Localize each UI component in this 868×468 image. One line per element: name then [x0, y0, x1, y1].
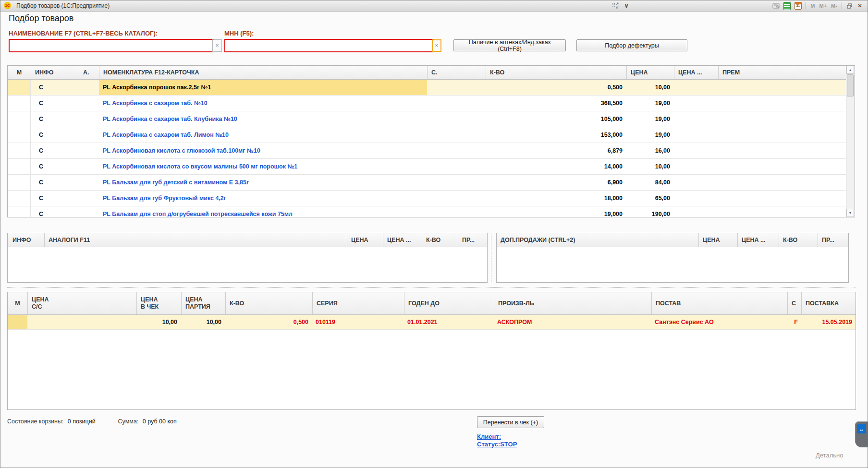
mnn-filter-input[interactable] [224, 39, 434, 52]
column-header-price[interactable]: ЦЕНА [698, 233, 737, 247]
batches-table: М ЦЕНАС/С ЦЕНАВ ЧЕК ЦЕНАПАРТИЯ К-ВО СЕРИ… [7, 292, 856, 410]
table-row[interactable]: С PL Аскорбинка с сахаром таб. Лимон №10… [8, 127, 847, 143]
column-header-info[interactable]: ИНФО [8, 233, 44, 247]
upsell-table: ДОП.ПРОДАЖИ (CTRL+2) ЦЕНА ЦЕНА ... К-ВО … [496, 233, 849, 283]
upsell-header: ДОП.ПРОДАЖИ (CTRL+2) ЦЕНА ЦЕНА ... К-ВО … [497, 233, 848, 247]
table-row[interactable]: С PL Аскорбинка с сахаром таб. Клубника … [8, 111, 847, 127]
catalog-body: С PL Аскорбинка порошок пак.2,5г №1 0,50… [8, 80, 847, 217]
analogs-table: ИНФО АНАЛОГИ F11 ЦЕНА ЦЕНА ... К-ВО ПР..… [7, 233, 488, 283]
column-header-price-check[interactable]: ЦЕНАВ ЧЕК [136, 292, 181, 314]
column-header-pr[interactable]: ПР... [818, 233, 848, 247]
table-row[interactable]: С PL Бальзам для стоп д/огрубевшей потре… [8, 206, 847, 217]
analogs-header: ИНФО АНАЛОГИ F11 ЦЕНА ЦЕНА ... К-ВО ПР..… [8, 233, 487, 247]
resize-arrow-icon: ↔ [857, 424, 866, 433]
catalog-header: М ИНФО А. НОМЕНКЛАТУРА F12-КАРТОЧКА С. К… [8, 66, 847, 80]
basket-status: Состояние корзины: 0 позиций Сумма: 0 ру… [7, 418, 177, 425]
sum-label: Сумма: [118, 418, 139, 425]
table-row[interactable]: С PL Аскорбиновая кислота с глюкозой таб… [8, 143, 847, 159]
name-clear-button[interactable]: × [212, 39, 222, 52]
table-row[interactable]: С PL Бальзам для губ детский с витамином… [8, 175, 847, 191]
page-title: Подбор товаров [9, 13, 73, 24]
batches-header: М ЦЕНАС/С ЦЕНАВ ЧЕК ЦЕНАПАРТИЯ К-ВО СЕРИ… [8, 292, 856, 315]
name-filter-input[interactable] [9, 39, 214, 52]
column-header-info[interactable]: ИНФО [31, 66, 79, 79]
table-row[interactable]: С PL Аскорбиновая кислота со вкусом мали… [8, 159, 847, 175]
column-header-series[interactable]: СЕРИЯ [312, 292, 404, 314]
calculator-icon[interactable] [782, 1, 791, 10]
basket-value: 0 позиций [68, 418, 96, 425]
column-header-price2[interactable]: ЦЕНА ... [383, 233, 422, 247]
column-header-upsell[interactable]: ДОП.ПРОДАЖИ (CTRL+2) [497, 233, 698, 247]
column-header-m[interactable]: М [8, 292, 27, 314]
memory-indicator-m-plus: M+ [819, 3, 828, 9]
column-header-nomenclature[interactable]: НОМЕНКЛАТУРА F12-КАРТОЧКА [99, 66, 427, 79]
column-header-m[interactable]: М [8, 66, 31, 79]
close-icon[interactable]: ✕ [856, 2, 864, 9]
vertical-scrollbar[interactable]: ▲ ▼ [846, 66, 855, 217]
column-header-manufacturer[interactable]: ПРОИЗВ-ЛЬ [494, 292, 651, 314]
column-header-prem[interactable]: ПРЕМ [718, 66, 847, 79]
chevron-down-icon[interactable]: ∨ [622, 1, 631, 10]
table-row[interactable]: С PL Бальзам для губ Фруктовый микс 4,2г… [8, 191, 847, 206]
column-header-price2[interactable]: ЦЕНА ... [737, 233, 779, 247]
service-doc-icon[interactable] [771, 1, 780, 10]
catalog-table: М ИНФО А. НОМЕНКЛАТУРА F12-КАРТОЧКА С. К… [7, 65, 855, 217]
column-header-price2[interactable]: ЦЕНА ... [674, 66, 718, 79]
mnn-filter-label: МНН (F5): [224, 30, 254, 37]
column-header-expiry[interactable]: ГОДЕН ДО [404, 292, 494, 314]
app-window: 1С Подбор товаров (1С:Предприятие) ∨ [0, 0, 868, 468]
scrollbar-thumb[interactable] [847, 74, 854, 96]
scroll-up-button[interactable]: ▲ [846, 66, 854, 74]
status-link[interactable]: Статус:STOP [477, 441, 517, 448]
column-header-delivery[interactable]: ПОСТАВКА [801, 292, 856, 314]
basket-label: Состояние корзины: [7, 418, 63, 425]
memory-indicator-m-minus: M- [830, 3, 838, 9]
column-header-qty[interactable]: К-ВО [779, 233, 818, 247]
scroll-down-button[interactable]: ▼ [846, 209, 854, 217]
calendar-icon[interactable]: 31 [794, 1, 802, 10]
column-header-price[interactable]: ЦЕНА [626, 66, 674, 79]
column-header-price-cost[interactable]: ЦЕНАС/С [27, 292, 136, 314]
detail-toggle[interactable]: Детально [816, 452, 843, 459]
horizontal-splitter[interactable] [7, 287, 856, 288]
column-header-s[interactable]: С. [427, 66, 486, 79]
column-header-a[interactable]: А. [79, 66, 99, 79]
name-filter-label: НАИМЕНОВАНИЕ F7 (CTRL+F7-ВЕСЬ КАТАЛОГ): [9, 30, 158, 37]
mnn-clear-button[interactable]: × [432, 39, 441, 52]
column-header-pr[interactable]: ПР... [458, 233, 487, 247]
column-header-qty[interactable]: К-ВО [422, 233, 458, 247]
table-row[interactable]: С PL Аскорбинка с сахаром таб. №10 368,5… [8, 96, 847, 111]
window-title: Подбор товаров (1С:Предприятие) [16, 2, 110, 9]
defect-selection-button[interactable]: Подбор дефектуры [576, 39, 687, 51]
app-logo-icon[interactable]: 1С [4, 2, 11, 9]
column-header-price-batch[interactable]: ЦЕНАПАРТИЯ [181, 292, 225, 314]
dock-panel-icon[interactable] [611, 1, 620, 10]
availability-button[interactable]: Наличие в аптеках/Инд.заказ (Ctrl+F8) [453, 39, 566, 51]
remote-panel-tab[interactable]: ↔ [855, 421, 868, 447]
column-header-c[interactable]: С [787, 292, 801, 314]
sum-value: 0 руб 00 коп [143, 418, 177, 425]
column-header-qty[interactable]: К-ВО [225, 292, 312, 314]
column-header-supplier[interactable]: ПОСТАВ [651, 292, 787, 314]
titlebar: 1С Подбор товаров (1С:Предприятие) ∨ [0, 0, 868, 12]
column-header-analogs[interactable]: АНАЛОГИ F11 [44, 233, 347, 247]
transfer-to-check-button[interactable]: Перенести в чек (+) [477, 416, 544, 428]
batch-row-selected[interactable]: 10,00 10,00 0,500 010119 01.01.2021 АСКО… [8, 315, 856, 330]
vertical-splitter[interactable] [491, 234, 491, 282]
memory-indicator-m: M [809, 3, 816, 9]
restore-window-icon[interactable] [845, 3, 854, 9]
client-link[interactable]: Клиент: [477, 433, 501, 440]
table-row-selected[interactable]: С PL Аскорбинка порошок пак.2,5г №1 0,50… [8, 80, 847, 96]
column-header-qty[interactable]: К-ВО [486, 66, 626, 79]
column-header-price[interactable]: ЦЕНА [347, 233, 383, 247]
